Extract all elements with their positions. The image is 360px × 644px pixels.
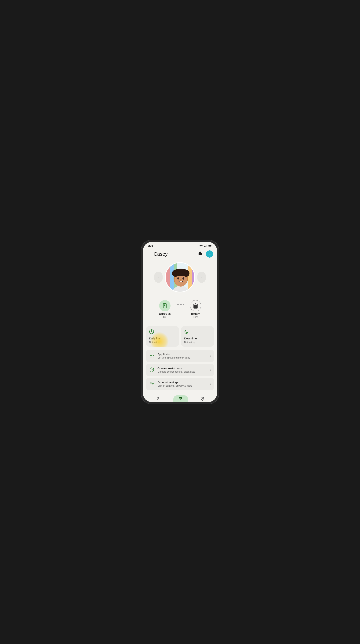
svg-point-43 [152, 357, 152, 358]
svg-point-19 [182, 277, 184, 280]
svg-point-53 [202, 398, 203, 399]
app-limits-icon [149, 353, 154, 359]
status-bar: 9:30 [143, 242, 217, 248]
highlights-icon [156, 396, 160, 402]
header-right: E [197, 250, 213, 258]
svg-point-40 [152, 355, 152, 356]
header: Casey E [143, 248, 217, 261]
svg-point-25 [180, 279, 182, 281]
svg-point-38 [153, 354, 154, 354]
app-limits-title: App limits [158, 353, 207, 356]
svg-point-50 [181, 398, 182, 399]
menu-button[interactable] [147, 253, 151, 255]
wifi-icon [200, 245, 203, 247]
svg-point-24 [173, 268, 188, 276]
battery-status-icon [208, 245, 212, 247]
device2-sub: 100% [192, 316, 198, 318]
controls-icon [178, 396, 183, 402]
svg-rect-27 [164, 304, 166, 304]
bottom-nav: Highlights Controls [143, 393, 217, 402]
daily-limit-subtitle: Not set up [149, 341, 176, 344]
svg-rect-13 [192, 263, 195, 292]
svg-point-28 [164, 307, 165, 308]
status-icons [200, 245, 212, 247]
svg-point-20 [177, 278, 178, 278]
nav-highlights[interactable]: Highlights [151, 396, 166, 402]
svg-rect-1 [205, 246, 206, 247]
device1-sub: 0m [163, 316, 166, 318]
downtime-subtitle: Not set up [184, 341, 211, 344]
device-icon-inactive [190, 300, 201, 312]
profile-nav: ‹ [154, 262, 206, 292]
device-icon-active [159, 300, 170, 312]
profile-section: ‹ [143, 261, 217, 297]
svg-point-44 [153, 357, 154, 358]
daily-limit-title: Daily limit [149, 337, 176, 340]
account-settings-chevron: › [210, 382, 211, 386]
notifications-button[interactable] [197, 251, 203, 258]
content-restrictions-text: Content restrictions Manage search resul… [158, 367, 207, 373]
svg-rect-29 [164, 305, 166, 306]
content-restrictions-item[interactable]: Content restrictions Manage search resul… [146, 364, 214, 376]
svg-point-37 [152, 354, 152, 354]
device-galaxy[interactable]: Galaxy S6 0m [159, 300, 170, 318]
user-avatar[interactable]: E [206, 250, 213, 258]
profile-avatar [165, 262, 195, 292]
battery-full-icon [193, 303, 198, 309]
menu-section: App limits Set time limits and block app… [143, 348, 217, 392]
account-settings-subtitle: Sign-in controls, privacy & more [158, 384, 207, 387]
daily-limit-card[interactable]: Daily limit Not set up [146, 326, 179, 346]
svg-rect-32 [194, 304, 197, 308]
svg-point-52 [180, 400, 181, 400]
svg-rect-3 [206, 245, 207, 247]
svg-point-41 [153, 355, 154, 356]
app-limits-chevron: › [210, 354, 211, 358]
device2-name: Battery [191, 312, 200, 315]
svg-point-18 [177, 277, 179, 280]
svg-point-21 [183, 278, 184, 278]
profile-next-button[interactable]: › [198, 272, 206, 283]
device-battery[interactable]: Battery 100% [190, 300, 201, 318]
svg-rect-9 [166, 263, 170, 292]
svg-rect-12 [188, 263, 192, 292]
app-limits-subtitle: Set time limits and block apps [158, 356, 207, 359]
cards-section: Daily limit Not set up Downtime Not set … [143, 323, 217, 348]
svg-rect-0 [204, 246, 205, 247]
downtime-card[interactable]: Downtime Not set up [181, 326, 214, 346]
account-settings-title: Account settings [158, 381, 207, 384]
svg-point-48 [180, 397, 180, 398]
svg-point-39 [150, 355, 151, 356]
svg-rect-5 [212, 246, 212, 246]
svg-point-36 [150, 354, 151, 354]
devices-section: Galaxy S6 0m Battery 1 [143, 297, 217, 323]
account-settings-item[interactable]: Account settings Sign-in controls, priva… [146, 378, 214, 390]
child-photo [166, 263, 195, 292]
location-icon [200, 396, 205, 402]
svg-rect-10 [170, 263, 174, 292]
header-left: Casey [147, 251, 168, 257]
profile-prev-button[interactable]: ‹ [154, 272, 162, 283]
phone-screen: 9:30 [143, 242, 217, 402]
svg-point-42 [150, 357, 151, 358]
status-time: 9:30 [148, 244, 153, 247]
svg-point-45 [150, 382, 152, 383]
signal-icon [204, 245, 207, 247]
bell-icon [198, 252, 202, 256]
svg-rect-2 [206, 245, 206, 247]
content-restrictions-chevron: › [210, 368, 211, 372]
content-restrictions-subtitle: Manage search results, block sites [158, 370, 207, 373]
app-limits-text: App limits Set time limits and block app… [158, 353, 207, 359]
svg-rect-31 [195, 303, 196, 304]
content-restrictions-icon [149, 367, 154, 373]
phone-locked-icon [162, 303, 168, 308]
svg-rect-6 [208, 245, 212, 246]
account-settings-text: Account settings Sign-in controls, priva… [158, 381, 207, 387]
app-limits-item[interactable]: App limits Set time limits and block app… [146, 350, 214, 362]
svg-line-35 [152, 332, 152, 332]
nav-location[interactable]: Location [196, 396, 210, 402]
nav-controls[interactable]: Controls [173, 395, 188, 402]
account-settings-icon [149, 381, 154, 387]
moon-icon [184, 329, 211, 335]
content-restrictions-title: Content restrictions [158, 367, 207, 370]
page-title: Casey [154, 251, 168, 257]
